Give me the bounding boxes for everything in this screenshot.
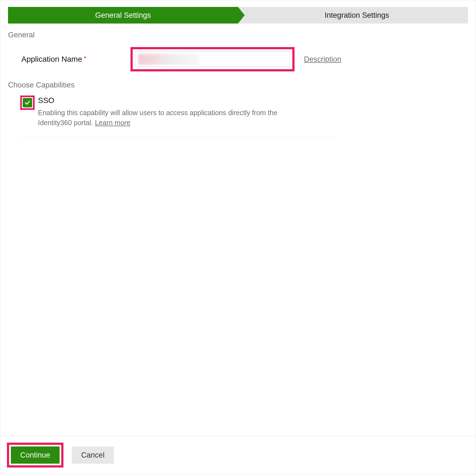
description-link[interactable]: Description: [304, 55, 341, 64]
field-application-name: Application Name* Description: [21, 47, 468, 71]
section-title-general: General: [8, 31, 468, 39]
learn-more-link[interactable]: Learn more: [95, 119, 130, 127]
highlight-sso-checkbox: [20, 95, 35, 110]
sso-checkbox[interactable]: [23, 98, 32, 107]
highlight-continue-button: Continue: [7, 443, 63, 468]
application-name-label: Application Name*: [21, 55, 124, 64]
step-general-settings[interactable]: General Settings: [8, 7, 238, 24]
check-icon: [24, 100, 30, 106]
content-area: General Settings Integration Settings Ge…: [0, 0, 476, 436]
settings-page: General Settings Integration Settings Ge…: [0, 0, 476, 475]
section-title-capabilities: Choose Capabilities: [8, 81, 468, 89]
step-inactive-label: Integration Settings: [325, 11, 389, 20]
capability-sso-description-text: Enabling this capability will allow user…: [38, 109, 277, 127]
capability-sso-description: Enabling this capability will allow user…: [38, 108, 298, 128]
application-name-input[interactable]: [135, 51, 290, 67]
step-integration-settings[interactable]: Integration Settings: [238, 7, 468, 24]
capability-sso-label: SSO: [38, 96, 298, 105]
highlight-application-name: [130, 47, 295, 71]
step-active-label: General Settings: [95, 11, 151, 20]
application-name-label-text: Application Name: [21, 55, 82, 63]
capability-sso-row: SSO Enabling this capability will allow …: [20, 95, 336, 138]
required-star-icon: *: [84, 55, 86, 62]
capability-sso-text: SSO Enabling this capability will allow …: [38, 96, 298, 128]
cancel-button[interactable]: Cancel: [72, 446, 114, 464]
wizard-stepper: General Settings Integration Settings: [8, 7, 468, 24]
continue-button[interactable]: Continue: [11, 446, 60, 464]
footer-actions: Continue Cancel: [0, 436, 476, 475]
